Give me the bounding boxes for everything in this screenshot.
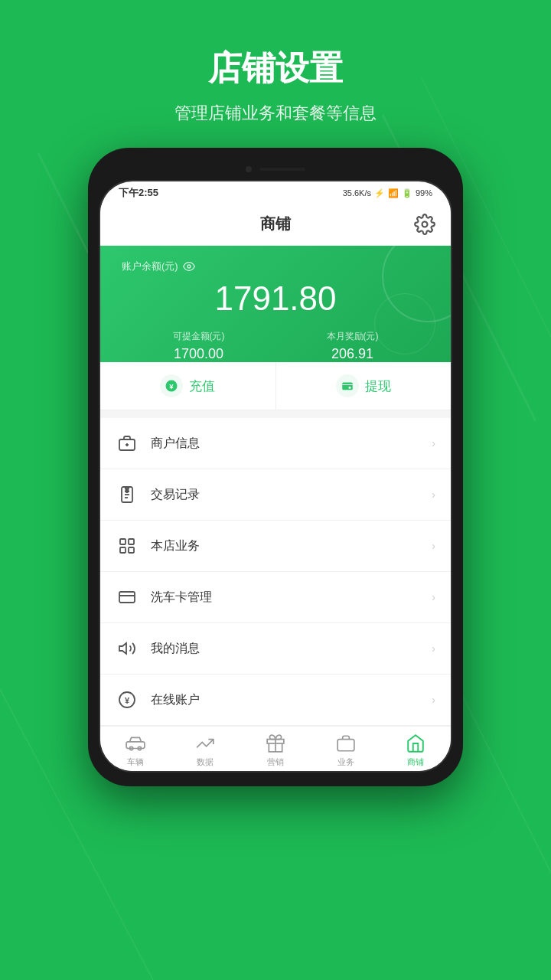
arrow-icon: › [432,694,435,706]
merchant-info-icon [116,432,139,455]
svg-rect-22 [120,547,126,553]
store-service-icon [116,534,139,557]
status-bar: 下午2:55 35.6K/s ⚡ 📶 🔋 99% [100,181,451,203]
menu-item-carwash-card[interactable]: 洗车卡管理 › [100,572,451,623]
bluetooth-icon: ⚡ [374,188,385,198]
nav-vehicles[interactable]: 车辆 [100,733,171,768]
svg-point-6 [422,221,428,227]
svg-point-7 [187,265,191,268]
carwash-card-label: 洗车卡管理 [151,590,432,606]
vehicles-icon [125,733,146,754]
services-label: 业务 [337,756,354,768]
store-service-label: 本店业务 [151,538,432,554]
nav-data[interactable]: 数据 [171,733,241,768]
settings-icon[interactable] [414,214,435,235]
action-row: ¥ 充值 提现 [100,362,451,410]
balance-label: 账户余额(元) [122,260,429,273]
marketing-label: 营销 [267,756,284,768]
transaction-label: 交易记录 [151,487,432,503]
page-title: 店铺设置 [0,46,551,91]
phone-screen: 商铺 账户余额(元) [100,203,451,771]
withdrawable-label: 可提金额(元) [173,330,225,343]
messages-icon [116,637,139,660]
phone-mockup: 下午2:55 35.6K/s ⚡ 📶 🔋 99% 商铺 [88,148,463,786]
network-speed: 35.6K/s [343,188,371,198]
arrow-icon: › [432,437,435,449]
svg-rect-34 [337,740,354,751]
arrow-icon: › [432,540,435,552]
svg-rect-20 [120,539,126,544]
withdraw-icon [336,374,359,397]
svg-rect-23 [129,547,134,553]
svg-rect-10 [342,383,353,390]
withdraw-button[interactable]: 提现 [276,362,452,410]
bonus-label: 本月奖励(元) [327,330,379,343]
app-bar-title: 商铺 [260,214,291,234]
svg-text:¥: ¥ [125,696,130,705]
carwash-card-icon [116,586,139,609]
svg-text:¥: ¥ [126,488,129,493]
bonus-section: 本月奖励(元) 206.91 [327,330,379,362]
online-account-icon: ¥ [116,688,139,711]
status-icons: 35.6K/s ⚡ 📶 🔋 99% [343,188,432,198]
arrow-icon: › [432,488,435,501]
marketing-icon [265,733,286,754]
menu-item-merchant-info[interactable]: 商户信息 › [100,418,451,469]
messages-label: 我的消息 [151,641,432,657]
merchant-info-label: 商户信息 [151,436,432,452]
transaction-icon: ¥ [116,483,139,506]
app-bar: 商铺 [100,203,451,246]
services-icon [335,733,357,754]
svg-rect-24 [119,592,135,603]
battery-icon: 🔋 [402,188,412,198]
arrow-icon: › [432,591,435,603]
status-time: 下午2:55 [119,186,158,200]
phone-screen-container: 下午2:55 35.6K/s ⚡ 📶 🔋 99% 商铺 [99,180,452,773]
nav-marketing[interactable]: 营销 [240,733,311,768]
balance-sub-row: 可提金额(元) 1700.00 本月奖励(元) 206.91 [122,330,429,362]
vehicles-label: 车辆 [127,756,144,768]
store-label: 商铺 [407,756,424,768]
svg-rect-29 [126,742,145,749]
balance-amount: 1791.80 [122,279,429,318]
recharge-button[interactable]: ¥ 充值 [100,362,276,410]
bottom-nav: 车辆 数据 [100,726,451,771]
menu-list: 商户信息 › ¥ 交易记录 › [100,418,451,726]
data-icon [194,733,216,754]
menu-item-transaction[interactable]: ¥ 交易记录 › [100,469,451,521]
nav-store[interactable]: 商铺 [380,733,451,768]
store-icon [405,733,426,754]
svg-text:¥: ¥ [170,382,174,390]
bonus-value: 206.91 [327,346,379,362]
withdrawable-value: 1700.00 [173,346,225,362]
svg-point-11 [348,387,350,389]
data-label: 数据 [197,756,214,768]
recharge-icon: ¥ [160,374,183,397]
menu-item-messages[interactable]: 我的消息 › [100,623,451,675]
page-subtitle: 管理店铺业务和套餐等信息 [0,102,551,125]
withdrawable-section: 可提金额(元) 1700.00 [173,330,225,362]
menu-item-store-service[interactable]: 本店业务 › [100,521,451,572]
page-header: 店铺设置 管理店铺业务和套餐等信息 [0,0,551,148]
arrow-icon: › [432,642,435,655]
menu-item-online-account[interactable]: ¥ 在线账户 › [100,675,451,726]
wifi-icon: 📶 [388,188,399,198]
svg-rect-21 [129,539,134,544]
online-account-label: 在线账户 [151,692,432,708]
balance-card: 账户余额(元) 1791.80 可提金额(元) 1700.00 本月奖励(元) … [100,246,451,362]
svg-marker-26 [119,643,126,654]
nav-services[interactable]: 业务 [311,733,381,768]
battery-percent: 99% [416,188,432,198]
